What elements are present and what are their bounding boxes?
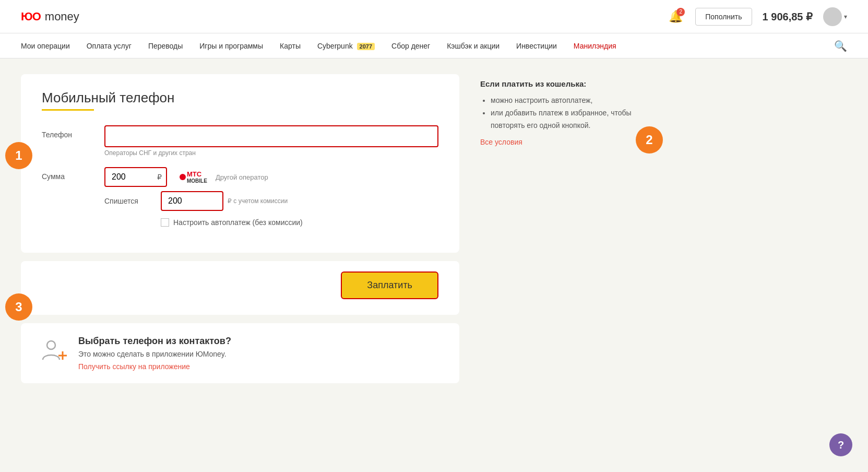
contacts-icon (42, 338, 68, 369)
topup-button[interactable]: Пополнить (695, 8, 752, 26)
form-area: 1 3 Мобильный телефон Телефон Операторы … (21, 74, 459, 383)
contacts-app-link[interactable]: Получить ссылку на приложение (78, 362, 190, 371)
phone-row: Телефон Операторы СНГ и других стран (42, 125, 438, 157)
mts-dot (180, 174, 186, 180)
nav-item-games[interactable]: Игры и программы (199, 42, 263, 50)
header-right: 🔔 2 Пополнить 1 906,85 ₽ ▾ (667, 7, 847, 26)
notifications-button[interactable]: 🔔 2 (667, 8, 685, 26)
amount-input-row: ₽ МТС MOBILE Другой оператор (104, 167, 438, 187)
form-card: Мобильный телефон Телефон Операторы СНГ … (21, 74, 459, 253)
operators-hint: Операторы СНГ и других стран (104, 149, 438, 157)
contacts-text: Выбрать телефон из контактов? Это можно … (78, 336, 231, 371)
search-button[interactable]: 🔍 (834, 40, 847, 52)
chevron-down-icon: ▾ (844, 13, 847, 20)
info-point-2: или добавить платеж в избранное, чтобы п… (491, 107, 647, 132)
autopay-label: Настроить автоплатеж (без комиссии) (173, 218, 303, 227)
nav-item-maniland[interactable]: Манилэндия (574, 42, 616, 50)
navigation: Мои операции Оплата услуг Переводы Игры … (0, 33, 868, 58)
phone-input[interactable] (104, 125, 438, 147)
logo-icon: ЮО (21, 10, 41, 23)
logo-area: ЮО money (21, 10, 79, 23)
mts-text: МТС MOBILE (187, 170, 207, 184)
nav-item-fundraising[interactable]: Сбор денег (391, 42, 430, 50)
pay-button[interactable]: Заплатить (341, 272, 438, 299)
info-title: Если платить из кошелька: (480, 79, 647, 88)
amount-label: Сумма (42, 167, 94, 181)
amount-input-wrap: ₽ (104, 167, 167, 187)
info-box: Если платить из кошелька: можно настроит… (480, 74, 647, 146)
nav-item-transfers[interactable]: Переводы (148, 42, 183, 50)
info-list: можно настроить автоплатеж, или добавить… (480, 95, 647, 132)
nav-item-cashback[interactable]: Кэшбэк и акции (447, 42, 500, 50)
autopay-row: Настроить автоплатеж (без комиссии) (161, 218, 438, 227)
info-point-1: можно настроить автоплатеж, (491, 95, 647, 107)
deduct-row: Спишется ₽ с учетом комиссии (104, 191, 438, 211)
nav-items: Мои операции Оплата услуг Переводы Игры … (21, 42, 616, 50)
deduct-input[interactable] (161, 191, 223, 211)
title-underline (42, 109, 94, 111)
nav-item-services[interactable]: Оплата услуг (87, 42, 132, 50)
main-content: 1 3 Мобильный телефон Телефон Операторы … (0, 58, 868, 399)
contacts-title: Выбрать телефон из контактов? (78, 336, 231, 347)
nav-item-cyberpunk[interactable]: Cyberpunk 2077 (317, 42, 375, 50)
contacts-desc: Это можно сделать в приложении ЮMoney. (78, 350, 231, 358)
operator-chip: МТС MOBILE Другой оператор (180, 170, 268, 184)
page-title: Мобильный телефон (42, 90, 438, 106)
svg-point-0 (47, 341, 55, 349)
phone-input-wrap: Операторы СНГ и других стран (104, 125, 438, 157)
header: ЮО money 🔔 2 Пополнить 1 906,85 ₽ ▾ (0, 0, 868, 33)
nav-item-cards[interactable]: Карты (280, 42, 301, 50)
user-avatar-area[interactable]: ▾ (823, 7, 847, 26)
cyberpunk-badge: 2077 (357, 43, 375, 50)
phone-label: Телефон (42, 125, 94, 139)
amount-section: ₽ МТС MOBILE Другой оператор (104, 167, 438, 227)
mts-logo: МТС MOBILE (180, 170, 207, 184)
cyberpunk-label: Cyberpunk (317, 42, 353, 50)
deduct-note: ₽ с учетом комиссии (228, 197, 288, 205)
pay-card: Заплатить (21, 261, 459, 315)
all-conditions-link[interactable]: Все условия (480, 138, 647, 146)
notification-badge: 2 (676, 8, 685, 16)
amount-row: Сумма ₽ МТС MOBILE (42, 167, 438, 227)
autopay-checkbox[interactable] (161, 218, 169, 227)
deduct-label: Спишется (104, 197, 157, 205)
logo-text: money (45, 10, 79, 23)
other-operator-link[interactable]: Другой оператор (216, 173, 268, 181)
contacts-inner: Выбрать телефон из контактов? Это можно … (42, 336, 438, 371)
avatar (823, 7, 842, 26)
contacts-card: Выбрать телефон из контактов? Это можно … (21, 323, 459, 383)
nav-item-operations[interactable]: Мои операции (21, 42, 70, 50)
sidebar: 2 Если платить из кошелька: можно настро… (480, 74, 647, 383)
currency-sign: ₽ (157, 173, 162, 181)
nav-item-investments[interactable]: Инвестиции (516, 42, 557, 50)
balance-amount: 1 906,85 ₽ (763, 10, 813, 23)
